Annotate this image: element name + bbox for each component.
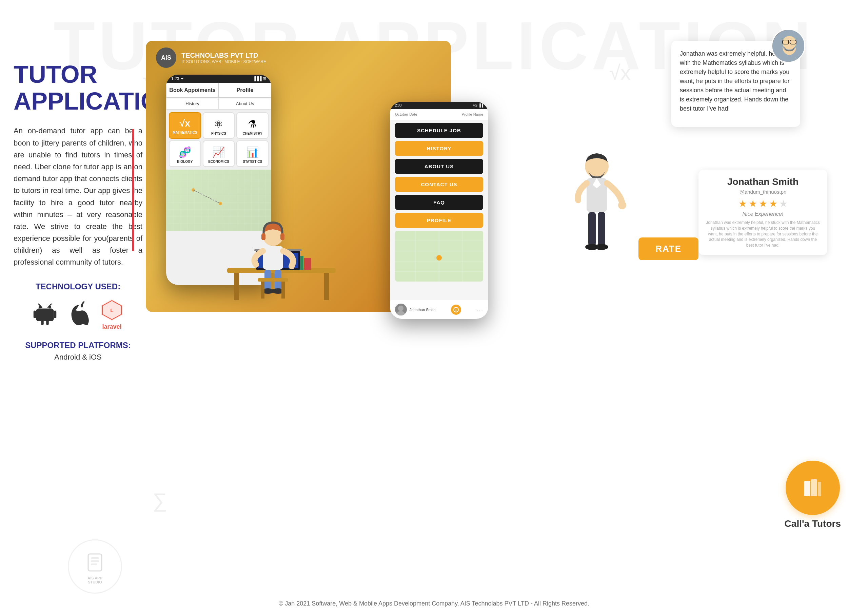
chemistry-label: CHEMISTRY — [242, 132, 262, 135]
star-5: ★ — [779, 198, 787, 209]
phone1-subtabs: History About Us — [166, 98, 271, 110]
call-tutors-text: Call'a Tutors — [784, 518, 841, 529]
company-logo: AIS — [156, 48, 176, 68]
subject-grid: √x MATHEMATICS ⚛ PHYSICS ⚗ CHEMISTRY 🧬 B… — [166, 110, 271, 169]
menu-contact-us[interactable]: CONTACT US — [395, 177, 483, 192]
svg-rect-61 — [804, 481, 811, 496]
page-title: TUTOR APPLICATION — [14, 61, 143, 115]
rate-button[interactable]: RATE — [639, 238, 699, 260]
star-2: ★ — [749, 198, 757, 209]
subject-biology[interactable]: 🧬 BIOLOGY — [169, 140, 201, 167]
svg-rect-63 — [818, 482, 821, 496]
svg-rect-15 — [234, 273, 239, 300]
apple-icon — [68, 301, 90, 328]
phone1-tabs: Book Appoiments Profile — [166, 83, 271, 98]
svg-point-51 — [618, 201, 626, 209]
statistics-icon: 📊 — [246, 146, 259, 158]
svg-rect-6 — [46, 320, 49, 325]
svg-text:⊞: ⊞ — [455, 308, 457, 312]
svg-rect-2 — [36, 308, 54, 321]
call-tutors-section: Call'a Tutors — [784, 461, 841, 529]
phone2-nav-icon[interactable]: ⊞ — [451, 305, 461, 315]
menu-faq[interactable]: FAQ — [395, 195, 483, 210]
phone2-signal: 4G ▐▐ — [473, 103, 483, 107]
biology-icon: 🧬 — [179, 146, 191, 158]
call-tutors-bubble — [786, 461, 840, 515]
watermark-text: AIS APPSTUDIO — [87, 576, 102, 584]
testimonial-card: Jonathan was extremely helpful, he stuck… — [671, 41, 800, 127]
svg-rect-67 — [91, 563, 97, 565]
tutor-person-illustration — [563, 146, 631, 283]
left-panel: TUTOR APPLICATION An on-demand tutor app… — [14, 61, 143, 362]
laravel-icon: L laravel — [100, 298, 124, 330]
deco-symbol4: ∑ — [153, 489, 167, 512]
subject-economics[interactable]: 📈 ECONOMICS — [203, 140, 235, 167]
company-header: AIS TECHNOLABS PVT LTD IT SOLUTIONS, WEB… — [156, 48, 266, 68]
phone1-subtab-history[interactable]: History — [166, 98, 219, 109]
platforms-text: Android & iOS — [14, 353, 143, 362]
description-text: An on-demand tutor app can be a boon to … — [14, 125, 143, 268]
svg-rect-62 — [811, 479, 817, 496]
svg-rect-4 — [54, 310, 57, 318]
reviewer-avatar — [771, 29, 805, 63]
company-name: TECHNOLABS PVT LTD — [181, 51, 266, 59]
biology-label: BIOLOGY — [177, 160, 192, 163]
phone2: 2:03 4G ▐▐ October Date Profile Name SCH… — [390, 102, 488, 319]
person-illustration: LESSON — [207, 183, 370, 312]
svg-rect-35 — [261, 281, 265, 298]
mini-testimonial: Jonathan was extremely helpful, he stuck… — [705, 220, 820, 248]
phone2-time: 2:03 — [395, 103, 401, 107]
phone1-time: 1:23 ✦ — [171, 76, 184, 81]
svg-rect-52 — [588, 212, 596, 246]
svg-rect-36 — [281, 281, 285, 298]
phone2-map — [395, 231, 483, 281]
star-1: ★ — [738, 198, 747, 209]
footer: © Jan 2021 Software, Web & Mobile Apps D… — [0, 600, 868, 607]
svg-rect-5 — [41, 320, 44, 325]
svg-rect-28 — [261, 233, 265, 240]
phone1-tab-book[interactable]: Book Appoiments — [166, 83, 219, 98]
phone1-subtab-aboutus[interactable]: About Us — [219, 98, 271, 109]
subject-math[interactable]: √x MATHEMATICS — [169, 112, 201, 139]
reviewer-handle: @andum_thinuostpn — [705, 189, 820, 195]
svg-rect-66 — [91, 560, 99, 562]
subject-physics[interactable]: ⚛ PHYSICS — [203, 112, 235, 139]
subject-statistics[interactable]: 📊 STATISTICS — [236, 140, 268, 167]
phone2-date: October Date — [395, 112, 417, 117]
company-text: TECHNOLABS PVT LTD IT SOLUTIONS, WEB · M… — [181, 51, 266, 64]
menu-about-us[interactable]: ABOUT US — [395, 159, 483, 174]
phone1-tab-profile[interactable]: Profile — [219, 83, 271, 98]
svg-rect-53 — [598, 212, 605, 246]
testimonial-text: Jonathan was extremely helpful, he stuck… — [680, 49, 792, 113]
svg-text:L: L — [110, 307, 113, 313]
svg-rect-3 — [34, 310, 36, 318]
deco-symbol3: √x — [609, 61, 631, 84]
chemistry-icon: ⚗ — [248, 118, 257, 130]
physics-label: PHYSICS — [211, 132, 226, 135]
phone2-screen: 2:03 4G ▐▐ October Date Profile Name SCH… — [390, 102, 488, 319]
phone2-avatar — [395, 304, 407, 316]
nice-experience: Nice Experience! — [705, 211, 820, 217]
subject-chemistry[interactable]: ⚗ CHEMISTRY — [236, 112, 268, 139]
economics-icon: 📈 — [212, 146, 225, 158]
phone2-more-icon[interactable]: ⋯ — [476, 306, 483, 314]
svg-rect-65 — [91, 557, 99, 559]
watermark-logo: AIS APPSTUDIO — [68, 539, 122, 594]
menu-schedule-job[interactable]: SCHEDULE JOB — [395, 123, 483, 138]
menu-history[interactable]: HISTORY — [395, 141, 483, 156]
statistics-label: STATISTICS — [243, 160, 262, 163]
laravel-label: laravel — [100, 323, 124, 330]
reviewer-name: Jonathan Smith — [705, 176, 820, 187]
reviewer-info-card: Jonathan Smith @andum_thinuostpn ★ ★ ★ ★… — [699, 169, 827, 255]
tech-section: TECHNOLOGY USED: — [14, 282, 143, 330]
svg-rect-64 — [88, 554, 102, 571]
svg-rect-34 — [258, 278, 288, 281]
svg-point-55 — [595, 244, 608, 250]
menu-profile[interactable]: PROFILE — [395, 213, 483, 228]
svg-rect-16 — [324, 273, 329, 300]
phone1-status-bar: 1:23 ✦ ▐▐▐ ⊞ — [166, 75, 271, 83]
phone2-bottom-nav: Jonathan Smith ⊞ ⋯ — [390, 300, 488, 319]
tech-title: TECHNOLOGY USED: — [14, 282, 143, 291]
android-icon — [32, 301, 57, 328]
star-4: ★ — [769, 198, 778, 209]
